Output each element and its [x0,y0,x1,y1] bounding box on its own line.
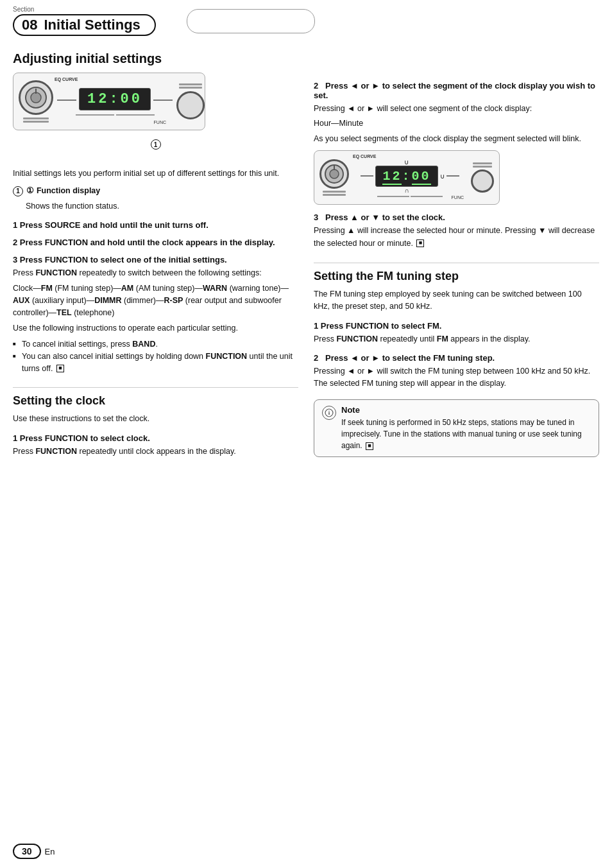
svg-point-1 [31,92,41,103]
fm-step1-heading: 1 Press FUNCTION to select FM. [314,321,599,331]
left-column: Adjusting initial settings EQ CURVE FUNC [13,46,298,460]
clock-step1-bold: FUNCTION [35,447,77,456]
clock-step2-text1: Pressing ◄ or ► will select one segment … [314,103,599,115]
fm-intro: The FM tuning step employed by seek tuni… [314,288,599,313]
clock-step3-text: Pressing ▲ will increase the selected ho… [314,225,599,250]
clock-step2-heading: 2 Press ◄ or ► to select the segment of … [314,81,599,100]
section-badge: Section 08 Initial Settings [13,6,156,36]
end-marker-3: ■ [366,442,373,450]
eq-label-2: EQ CURVE [353,154,376,159]
device-display-box: EQ CURVE FUNC [13,73,205,130]
left-lines2 [323,191,346,196]
page-footer: 30 En [13,844,55,859]
clock-step3-bold: Press ▲ or ▼ to set the clock. [325,213,445,222]
function-display-bold: ① Function display [26,186,100,195]
function-display-label: 1 ① Function display [13,185,298,197]
clock-step1-post: repeatedly until clock appears in the di… [77,447,236,456]
step3-cont: repeatedly to switch between the followi… [77,268,262,277]
fm-step2-heading: 2 Press ◄ or ► to select the FM tuning s… [314,353,599,363]
fm-func-bold: FUNCTION [336,334,378,343]
bullet1-post: . [155,340,157,349]
clock-step2-text2: As you select segments of the clock disp… [314,133,599,145]
left-knob [19,80,53,115]
clock-step3-heading: 3 Press ▲ or ▼ to set the clock. [314,213,599,222]
fm-fm-bold: FM [437,334,448,343]
center-display-2: ∪ 12:00 ∩ ∪ [352,159,468,197]
divider-1 [13,387,298,388]
left-knob-area [19,80,53,123]
step2-heading: 2 Press FUNCTION and hold until the cloc… [13,238,298,247]
section-label: Section [13,6,34,13]
device-image-1: EQ CURVE FUNC [13,73,298,150]
main-heading: Adjusting initial settings [13,51,298,66]
step3-function: FUNCTION [35,268,77,277]
section-tab: 08 Initial Settings [13,14,156,36]
right-column: 2 Press ◄ or ► to select the segment of … [314,46,599,460]
fm-step1-text: Press FUNCTION repeatedly until FM appea… [314,333,599,345]
display-row-2: ∪ 12:00 ∩ ∪ [361,159,459,194]
main-content: Adjusting initial settings EQ CURVE FUNC [0,40,612,473]
line-2 [23,121,49,123]
func-label: FUNC [154,120,166,125]
center-display: 12:00 [57,88,173,116]
device-inner: 12:00 [13,73,205,130]
header-right-box [187,9,315,33]
svg-point-4 [330,169,339,178]
step3-followup: Use the following instructions to operat… [13,322,298,334]
line-1 [23,117,49,119]
left-knob2 [319,159,349,196]
func-label-2: FUNC [452,195,464,200]
end-marker-2: ■ [416,239,424,247]
bullet1-pre: To cancel initial settings, press [22,340,132,349]
clock-step1-text: Press FUNCTION repeatedly until clock ap… [13,446,298,458]
page-number: 30 [13,844,41,859]
circled-1: 1 [13,186,23,196]
line-4 [179,87,202,89]
right-lines [179,83,202,89]
page-header: Section 08 Initial Settings [0,0,612,40]
callout-number: 1 [151,139,161,150]
right-lines2 [473,162,492,168]
step1-heading: 1 Press SOURCE and hold until the unit t… [13,220,298,230]
bullet-item-1: To cancel initial settings, press BAND. [13,338,298,351]
clock-step2-bold: Press ◄ or ► to select the segment of th… [314,81,595,100]
line-3 [179,83,202,85]
section-title: Initial Settings [44,18,140,32]
callout-row: 1 [13,139,298,150]
function-display-desc: Shows the function status. [13,200,298,213]
note-text: If seek tuning is performed in 50 kHz st… [341,417,591,451]
end-marker-1: ■ [56,365,64,372]
bullet2-bold: FUNCTION [206,352,248,361]
device-inner-2: ∪ 12:00 ∩ ∪ [314,151,499,204]
divider-2 [314,263,599,263]
clock-step2-list: Hour—Minute [314,117,599,130]
step3-press: Press [13,268,35,277]
device-image-2: EQ CURVE FUNC [314,150,500,205]
bullet1-bold: BAND [132,340,155,349]
knob2-left [319,159,349,189]
step3-text: Press FUNCTION repeatedly to switch betw… [13,267,298,279]
step3-settings: Clock—FM (FM tuning step)—AM (AM tuning … [13,282,298,320]
section-number: 08 [22,18,37,32]
right-knob2 [471,162,494,193]
bullet-list: To cancel initial settings, press BAND. … [13,338,298,374]
fm-step2-bold: Press ◄ or ► to select the FM tuning ste… [325,353,495,363]
display-screen-2: 12:00 [375,166,438,187]
clock-intro: Use these instructions to set the clock. [13,413,298,425]
bullet-item-2: You can also cancel initial settings by … [13,351,298,375]
bullet2-pre: You can also cancel initial settings by … [22,352,206,361]
step3-heading: 3 Press FUNCTION to select one of the in… [13,255,298,265]
clock-heading: Setting the clock [13,394,298,408]
left-lines [23,117,49,123]
note-content: Note If seek tuning is performed in 50 k… [341,405,591,451]
right-knob-area [176,83,205,119]
intro-text: Initial settings lets you perform initia… [13,168,298,180]
right-knob [176,91,205,119]
knob2-right [471,169,494,193]
fm-step2-text: Pressing ◄ or ► will switch the FM tunin… [314,365,599,390]
note-title: Note [341,405,591,415]
eq-label: EQ CURVE [55,77,78,82]
svg-point-7 [328,410,330,412]
clock-step1-pre: Press [13,447,35,456]
note-icon [322,406,336,420]
